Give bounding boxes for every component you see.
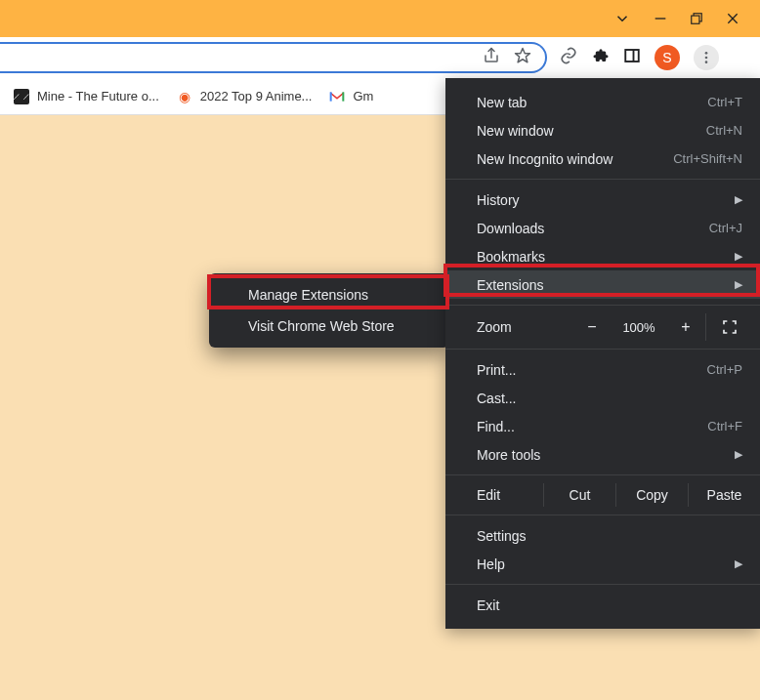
- menu-label: Edit: [477, 487, 543, 503]
- minimize-button[interactable]: [653, 11, 668, 26]
- svg-rect-13: [343, 92, 345, 101]
- extensions-submenu: Manage Extensions Visit Chrome Web Store: [209, 273, 449, 348]
- bookmark-label: Gm: [353, 89, 373, 103]
- avatar-letter: S: [662, 50, 671, 65]
- menu-shortcut: Ctrl+F: [707, 419, 742, 433]
- menu-label: New tab: [477, 95, 707, 110]
- chevron-right-icon: ▶: [735, 250, 742, 263]
- restore-button[interactable]: [690, 12, 703, 25]
- menu-edit-row: Edit Cut Copy Paste: [445, 477, 760, 513]
- bookmark-icon: ⟋⟋: [14, 89, 29, 104]
- chevron-right-icon: ▶: [735, 278, 742, 291]
- chrome-main-menu: New tab Ctrl+T New window Ctrl+N New Inc…: [445, 78, 760, 629]
- menu-new-tab[interactable]: New tab Ctrl+T: [445, 88, 760, 116]
- tab-dropdown-icon[interactable]: [613, 10, 631, 27]
- chevron-right-icon: ▶: [735, 557, 742, 570]
- svg-point-11: [705, 61, 708, 63]
- zoom-in-button[interactable]: +: [666, 318, 705, 336]
- menu-label: Exit: [477, 597, 742, 613]
- menu-separator: [445, 305, 760, 306]
- menu-label: Bookmarks: [477, 249, 727, 265]
- profile-avatar[interactable]: S: [654, 45, 680, 70]
- menu-downloads[interactable]: Downloads Ctrl+J: [445, 214, 760, 242]
- submenu-label: Visit Chrome Web Store: [248, 318, 395, 334]
- menu-more-tools[interactable]: More tools ▶: [445, 440, 760, 469]
- window-titlebar: [0, 0, 760, 37]
- edit-paste-button[interactable]: Paste: [688, 483, 760, 507]
- menu-settings[interactable]: Settings: [445, 521, 760, 550]
- edit-cut-button[interactable]: Cut: [543, 483, 615, 507]
- bookmark-icon: ◉: [177, 89, 192, 104]
- menu-separator: [445, 515, 760, 515]
- menu-new-window[interactable]: New window Ctrl+N: [445, 116, 760, 144]
- menu-label: Extensions: [477, 277, 727, 293]
- link-icon[interactable]: [559, 46, 578, 69]
- menu-label: Settings: [477, 528, 742, 544]
- menu-exit[interactable]: Exit: [445, 591, 760, 619]
- menu-label: History: [477, 192, 727, 208]
- menu-shortcut: Ctrl+P: [707, 362, 742, 377]
- svg-rect-7: [625, 50, 639, 62]
- submenu-label: Manage Extensions: [248, 287, 368, 303]
- menu-label: Cast...: [477, 391, 742, 406]
- bookmark-mine[interactable]: ⟋⟋ Mine - The Future o...: [14, 89, 159, 104]
- close-button[interactable]: [725, 11, 740, 26]
- chevron-right-icon: ▶: [735, 448, 742, 461]
- visit-webstore-item[interactable]: Visit Chrome Web Store: [209, 310, 449, 342]
- svg-point-9: [705, 52, 708, 55]
- zoom-out-button[interactable]: −: [572, 318, 612, 336]
- menu-history[interactable]: History ▶: [445, 185, 760, 214]
- menu-find[interactable]: Find... Ctrl+F: [445, 412, 760, 440]
- menu-label: More tools: [477, 447, 727, 463]
- svg-marker-6: [516, 49, 530, 62]
- menu-cast[interactable]: Cast...: [445, 384, 760, 412]
- menu-separator: [445, 349, 760, 350]
- menu-help[interactable]: Help ▶: [445, 550, 760, 578]
- menu-bookmarks[interactable]: Bookmarks ▶: [445, 242, 760, 270]
- menu-shortcut: Ctrl+T: [707, 95, 742, 109]
- menu-label: Help: [477, 556, 727, 572]
- menu-label: Print...: [477, 362, 707, 378]
- extensions-puzzle-icon[interactable]: [592, 47, 610, 68]
- menu-extensions[interactable]: Extensions ▶: [445, 270, 760, 299]
- gmail-icon: [329, 89, 345, 104]
- menu-label: Downloads: [477, 221, 709, 236]
- toolbar-actions: S: [559, 45, 729, 70]
- bookmark-label: Mine - The Future o...: [37, 89, 159, 103]
- bookmark-anime[interactable]: ◉ 2022 Top 9 Anime...: [177, 89, 313, 104]
- sidepanel-icon[interactable]: [623, 47, 641, 68]
- omnibox[interactable]: [0, 42, 547, 73]
- manage-extensions-item[interactable]: Manage Extensions: [209, 279, 449, 310]
- menu-shortcut: Ctrl+N: [706, 123, 742, 138]
- bookmark-label: 2022 Top 9 Anime...: [200, 89, 313, 103]
- edit-copy-button[interactable]: Copy: [615, 483, 688, 507]
- menu-new-incognito[interactable]: New Incognito window Ctrl+Shift+N: [445, 144, 760, 173]
- menu-shortcut: Ctrl+Shift+N: [673, 151, 742, 166]
- fullscreen-button[interactable]: [705, 313, 752, 341]
- chevron-right-icon: ▶: [735, 193, 742, 206]
- menu-zoom-row: Zoom − 100% +: [445, 308, 760, 347]
- bookmark-gmail[interactable]: Gm: [329, 89, 373, 104]
- menu-label: New window: [477, 123, 706, 139]
- menu-shortcut: Ctrl+J: [709, 221, 742, 235]
- zoom-value: 100%: [612, 320, 666, 335]
- menu-label: Zoom: [477, 319, 572, 335]
- menu-separator: [445, 179, 760, 180]
- menu-print[interactable]: Print... Ctrl+P: [445, 355, 760, 384]
- main-menu-button[interactable]: [694, 45, 719, 70]
- share-icon[interactable]: [483, 47, 500, 68]
- menu-separator: [445, 584, 760, 585]
- svg-rect-2: [692, 16, 699, 23]
- svg-rect-12: [330, 92, 332, 101]
- menu-separator: [445, 474, 760, 475]
- star-icon[interactable]: [514, 47, 531, 68]
- browser-toolbar: S: [0, 37, 760, 78]
- menu-label: Find...: [477, 419, 707, 434]
- menu-label: New Incognito window: [477, 151, 673, 167]
- svg-point-10: [705, 57, 708, 60]
